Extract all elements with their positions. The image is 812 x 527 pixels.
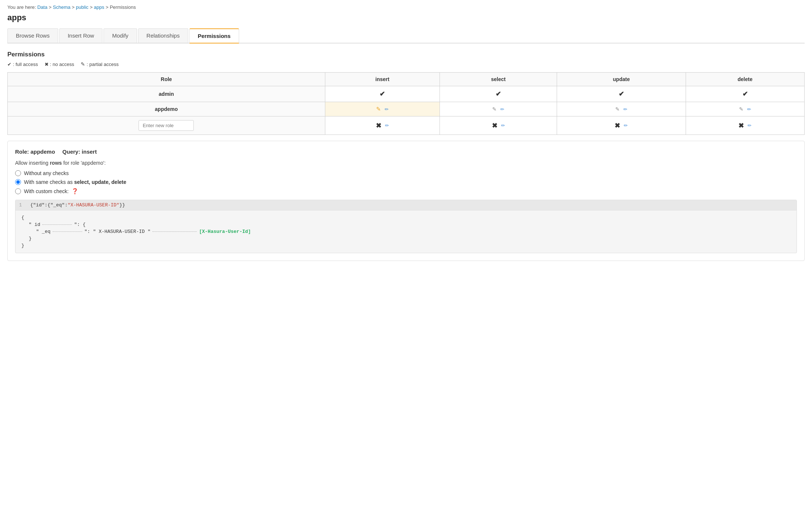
breadcrumb-schema[interactable]: Schema (53, 4, 71, 10)
tabs-container: Browse Rows Insert Row Modify Relationsh… (7, 28, 805, 43)
check-mark: ✔ (496, 90, 501, 98)
allow-bold: rows (50, 160, 62, 166)
new-role-update: ✖ ✏ (557, 116, 686, 135)
pencil-icon[interactable]: ✏ (624, 123, 628, 128)
permissions-legend: ✔ : full access ✖ : no access ✎ : partia… (7, 61, 805, 67)
appdemo-select[interactable]: ✎ ✏ (440, 102, 557, 116)
dotted-box-eq (53, 231, 82, 232)
code-block-close-inner: } (21, 235, 791, 242)
admin-update: ✔ (557, 86, 686, 102)
new-role-delete: ✖ ✏ (686, 116, 804, 135)
radio-custom-check-label: With custom check: (24, 188, 69, 194)
check-icon: ✔ (7, 62, 11, 67)
code-block-eq-line: " _eq ": " X-HASURA-USER-ID " [X-Hasura-… (21, 228, 791, 235)
partial-edit-icon[interactable]: ✎ (376, 106, 381, 112)
tab-browse-rows[interactable]: Browse Rows (7, 28, 58, 43)
radio-without-checks[interactable]: Without any checks (15, 170, 797, 176)
code-area: 1 {"id":{"_eq":"X-HASURA-USER-ID"}} { " … (15, 200, 797, 253)
breadcrumb-current: Permissions (110, 4, 136, 10)
radio-without-checks-input[interactable] (15, 170, 21, 176)
permissions-title: Permissions (7, 51, 805, 58)
cross-mark: ✖ (738, 122, 744, 130)
code-content: {"id":{"_eq":"X-HASURA-USER-ID"}} (30, 202, 125, 208)
pencil-icon[interactable]: ✏ (748, 123, 752, 128)
check-mark: ✔ (742, 90, 748, 98)
new-role-cell[interactable] (8, 116, 325, 135)
code-line-1: 1 {"id":{"_eq":"X-HASURA-USER-ID"}} (15, 200, 797, 210)
table-row-appdemo: appdemo ✎ ✏ ✎ ✏ (8, 102, 805, 116)
radio-same-checks-input[interactable] (15, 179, 21, 185)
col-select: select (440, 73, 557, 86)
green-tag: [X-Hasura-User-Id] (199, 229, 251, 234)
new-role-select: ✖ ✏ (440, 116, 557, 135)
col-update: update (557, 73, 686, 86)
role-admin: admin (8, 86, 325, 102)
allow-text: Allow inserting rows for role 'appdemo': (15, 160, 797, 166)
help-icon[interactable]: ❓ (71, 188, 78, 195)
table-row-new-role: ✖ ✏ ✖ ✏ ✖ ✏ (8, 116, 805, 135)
code-block: { " id ": { " _eq ": " X-HASURA-USER-ID … (15, 210, 797, 253)
radio-group: Without any checks With same checks as s… (15, 170, 797, 195)
new-role-input[interactable] (139, 120, 194, 131)
appdemo-insert[interactable]: ✎ ✏ (325, 102, 440, 116)
tab-permissions[interactable]: Permissions (189, 28, 239, 43)
tab-modify[interactable]: Modify (104, 28, 137, 43)
permissions-table: Role insert select update delete admin ✔… (7, 72, 805, 135)
appdemo-update[interactable]: ✎ ✏ (557, 102, 686, 116)
cross-mark: ✖ (615, 122, 620, 130)
role-appdemo: appdemo (8, 102, 325, 116)
radio-custom-check[interactable]: With custom check: ❓ (15, 188, 797, 195)
cross-mark: ✖ (492, 122, 497, 130)
pencil-icon[interactable]: ✏ (385, 107, 389, 112)
col-insert: insert (325, 73, 440, 86)
partial-edit-icon[interactable]: ✎ (615, 106, 620, 112)
table-row-admin: admin ✔ ✔ ✔ ✔ (8, 86, 805, 102)
admin-delete: ✔ (686, 86, 804, 102)
breadcrumb: You are here: Data > Schema > public > a… (7, 4, 805, 10)
col-role: Role (8, 73, 325, 86)
breadcrumb-apps[interactable]: apps (94, 4, 104, 10)
breadcrumb-public[interactable]: public (76, 4, 88, 10)
line-number: 1 (19, 203, 27, 208)
query-panel: Role: appdemo Query: insert Allow insert… (7, 141, 805, 261)
pencil-icon[interactable]: ✏ (623, 107, 627, 112)
code-block-close-outer: } (21, 242, 791, 249)
partial-edit-icon[interactable]: ✎ (739, 106, 743, 112)
permissions-section: Permissions ✔ : full access ✖ : no acces… (7, 51, 805, 135)
new-role-insert: ✖ ✏ (325, 116, 440, 135)
admin-select: ✔ (440, 86, 557, 102)
tab-insert-row[interactable]: Insert Row (59, 28, 103, 43)
query-operation-label: Query: insert (62, 149, 97, 155)
legend-partial-access: ✎ : partial access (81, 61, 119, 67)
check-mark: ✔ (379, 90, 385, 98)
pencil-icon[interactable]: ✏ (501, 123, 505, 128)
legend-full-access: ✔ : full access (7, 62, 38, 67)
check-mark: ✔ (619, 90, 624, 98)
partial-icon: ✎ (81, 61, 85, 67)
code-block-id-line: " id ": { (21, 221, 791, 228)
col-delete: delete (686, 73, 804, 86)
dotted-box-id (42, 224, 72, 225)
radio-same-checks[interactable]: With same checks as select, update, dele… (15, 179, 797, 185)
cross-mark: ✖ (376, 122, 381, 130)
radio-without-checks-label: Without any checks (24, 170, 69, 176)
page-title: apps (7, 13, 805, 22)
pencil-icon[interactable]: ✏ (385, 123, 389, 128)
tab-relationships[interactable]: Relationships (138, 28, 188, 43)
same-checks-bold: select, update, delete (74, 179, 126, 185)
admin-insert: ✔ (325, 86, 440, 102)
pencil-icon[interactable]: ✏ (747, 107, 751, 112)
radio-same-checks-label: With same checks as select, update, dele… (24, 179, 126, 185)
breadcrumb-prefix: You are here: (7, 4, 36, 10)
query-role-label: Role: appdemo (15, 149, 55, 155)
breadcrumb-data[interactable]: Data (37, 4, 47, 10)
code-block-open: { (21, 214, 791, 221)
pencil-icon[interactable]: ✏ (500, 107, 504, 112)
partial-edit-icon[interactable]: ✎ (492, 106, 497, 112)
appdemo-delete[interactable]: ✎ ✏ (686, 102, 804, 116)
query-panel-header: Role: appdemo Query: insert (15, 149, 797, 155)
radio-custom-check-input[interactable] (15, 188, 21, 194)
dotted-box-value (153, 231, 197, 232)
